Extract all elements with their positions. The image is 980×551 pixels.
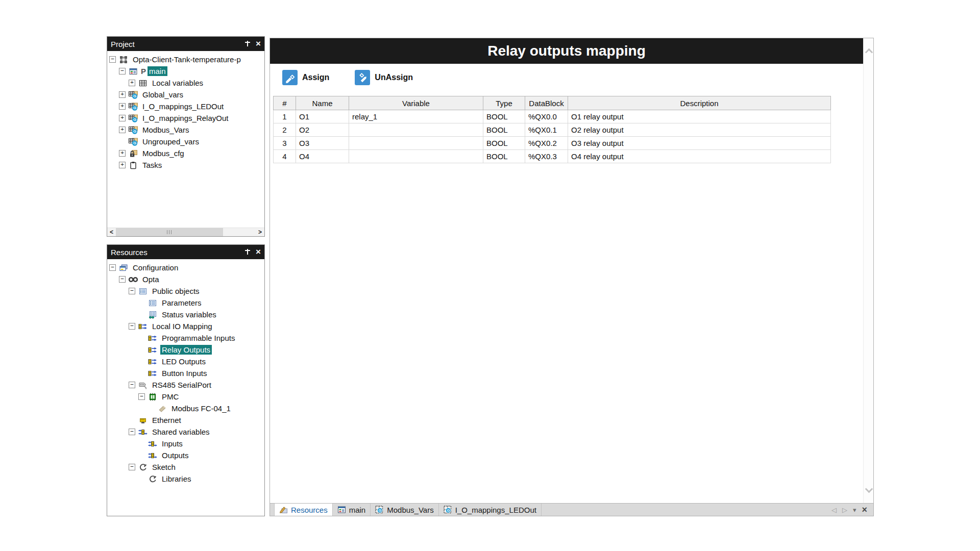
cell-variable[interactable] [349,137,483,150]
expand-plus-icon[interactable]: + [119,150,126,157]
expand-minus-icon[interactable]: − [129,429,135,435]
expand-plus-icon[interactable]: + [119,127,126,133]
scroll-up-icon[interactable] [865,48,873,57]
expand-minus-icon[interactable]: − [109,56,116,63]
tab-main[interactable]: main [333,504,371,516]
tree-node-shared-variables[interactable]: −Shared variables [107,426,264,438]
assign-button[interactable]: Assign [282,70,329,85]
tree-node-global-vars[interactable]: +GGlobal_vars [107,89,264,101]
tree-node-modbus-fc-04-1[interactable]: Modbus FC-04_1 [107,403,264,414]
page-title: Relay outputs mapping [487,43,646,59]
cell-description[interactable]: O2 relay output [568,123,831,137]
tree-node-programmable-inputs[interactable]: Programmable Inputs [107,332,264,344]
close-icon[interactable]: × [256,40,261,47]
tasks-icon [128,161,138,169]
cell-type[interactable]: BOOL [483,123,525,137]
tree-label: Local variables [151,78,205,88]
cell-description[interactable]: O3 relay output [568,137,831,150]
tab-modbus-vars[interactable]: GModbus_Vars [371,504,438,516]
cell-name[interactable]: O4 [296,150,349,163]
tree-node-relay-outputs[interactable]: Relay Outputs [107,344,264,356]
cell-datablock[interactable]: %QX0.3 [525,150,568,163]
table-header-row: #NameVariableTypeDataBlockDescription [274,96,831,110]
tree-node-opta-client-tank-temperature-p[interactable]: −Opta-Client-Tank-temperature-p [107,54,264,65]
tree-node-local-variables[interactable]: +Local variables [107,77,264,89]
cell-type[interactable]: BOOL [483,110,525,123]
vertical-scrollbar[interactable] [863,38,873,503]
tree-node-status-variables[interactable]: Status variables [107,309,264,320]
tree-node-ungrouped-vars[interactable]: GUngrouped_vars [107,136,264,147]
cell-[interactable]: 3 [274,137,296,150]
cell-datablock[interactable]: %QX0.2 [525,137,568,150]
expand-minus-icon[interactable]: − [138,393,145,400]
sketch-icon [148,475,158,483]
expand-plus-icon[interactable]: + [119,162,126,168]
cell-datablock[interactable]: %QX0.0 [525,110,568,123]
expand-plus-icon[interactable]: + [129,80,135,86]
tree-node-sketch[interactable]: −Sketch [107,461,264,473]
tree-node-public-objects[interactable]: −Public objects [107,285,264,297]
pin-icon[interactable] [244,248,251,256]
close-icon[interactable]: × [256,248,261,256]
cell-variable[interactable] [349,123,483,137]
scrollbar-track[interactable] [223,228,256,236]
tree-node-libraries[interactable]: Libraries [107,473,264,485]
tree-node-pmc[interactable]: −PMC [107,391,264,403]
tree-node-rs485-serialport[interactable]: −RS485 SerialPort [107,379,264,391]
tree-node-inputs[interactable]: Inputs [107,438,264,449]
tree-node-main[interactable]: −Pmain [107,65,264,77]
tab-resources[interactable]: Resources [274,504,333,516]
tree-node-button-inputs[interactable]: Button Inputs [107,367,264,379]
tab-label: Resources [291,506,328,514]
cell-variable[interactable]: relay_1 [349,110,483,123]
unassign-button[interactable]: UnAssign [355,70,413,85]
tree-node-ethernet[interactable]: Ethernet [107,414,264,426]
next-tab-icon[interactable] [842,506,847,514]
global-vars-icon: G [128,103,138,111]
tree-node-local-io-mapping[interactable]: −Local IO Mapping [107,320,264,332]
expand-minus-icon[interactable]: − [129,288,135,294]
pin-icon[interactable] [244,40,251,47]
cell-[interactable]: 1 [274,110,296,123]
tree-label: Ethernet [151,415,183,425]
prev-tab-icon[interactable] [831,506,837,514]
cell-name[interactable]: O2 [296,123,349,137]
cell-[interactable]: 2 [274,123,296,137]
expand-plus-icon[interactable]: + [119,91,126,98]
tree-node-modbus-cfg[interactable]: +Modbus_cfg [107,147,264,159]
tree-node-led-outputs[interactable]: LED Outputs [107,356,264,367]
tree-node-tasks[interactable]: +Tasks [107,159,264,171]
tree-node-i-o-mappings-relayout[interactable]: +GI_O_mappings_RelayOut [107,112,264,124]
tree-node-opta[interactable]: −Opta [107,273,264,285]
cell-[interactable]: 4 [274,150,296,163]
tab-list-icon[interactable] [853,506,856,514]
project-horizontal-scrollbar[interactable] [107,228,264,236]
scroll-left-icon[interactable] [107,228,116,236]
expand-minus-icon[interactable]: − [119,68,126,74]
scroll-down-icon[interactable] [865,485,873,493]
cell-name[interactable]: O3 [296,137,349,150]
tree-node-outputs[interactable]: Outputs [107,449,264,461]
expand-minus-icon[interactable]: − [119,276,126,283]
tree-node-i-o-mappings-ledout[interactable]: +GI_O_mappings_LEDOut [107,101,264,112]
cell-name[interactable]: O1 [296,110,349,123]
tree-node-parameters[interactable]: Parameters [107,297,264,309]
expand-minus-icon[interactable]: − [129,382,135,388]
expand-plus-icon[interactable]: + [119,115,126,121]
cell-type[interactable]: BOOL [483,150,525,163]
cell-description[interactable]: O4 relay output [568,150,831,163]
tab-i-o-mappings-ledout[interactable]: GI_O_mappings_LEDOut [439,504,542,516]
cell-type[interactable]: BOOL [483,137,525,150]
cell-datablock[interactable]: %QX0.1 [525,123,568,137]
expand-minus-icon[interactable]: − [109,264,116,271]
scrollbar-thumb[interactable] [116,228,223,236]
scroll-right-icon[interactable] [256,228,264,236]
cell-description[interactable]: O1 relay output [568,110,831,123]
expand-plus-icon[interactable]: + [119,103,126,110]
expand-minus-icon[interactable]: − [129,464,135,470]
tree-node-modbus-vars[interactable]: +GModbus_Vars [107,124,264,136]
cell-variable[interactable] [349,150,483,163]
expand-minus-icon[interactable]: − [129,323,135,330]
close-tab-icon[interactable] [862,507,867,513]
tree-node-configuration[interactable]: −Configuration [107,262,264,273]
